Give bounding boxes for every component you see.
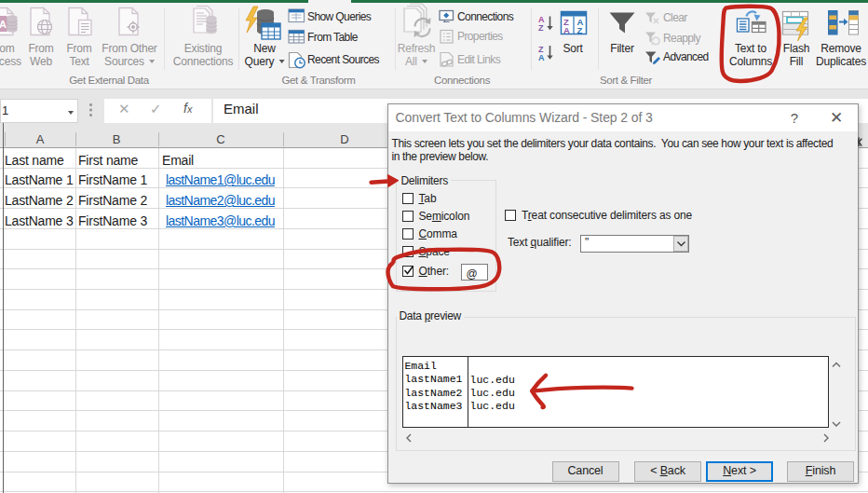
svg-text:A: A — [563, 25, 570, 35]
svg-text:A: A — [538, 53, 545, 62]
svg-text:A: A — [0, 19, 7, 30]
svg-text:Z: Z — [577, 25, 583, 35]
svg-text:Z: Z — [538, 23, 544, 33]
